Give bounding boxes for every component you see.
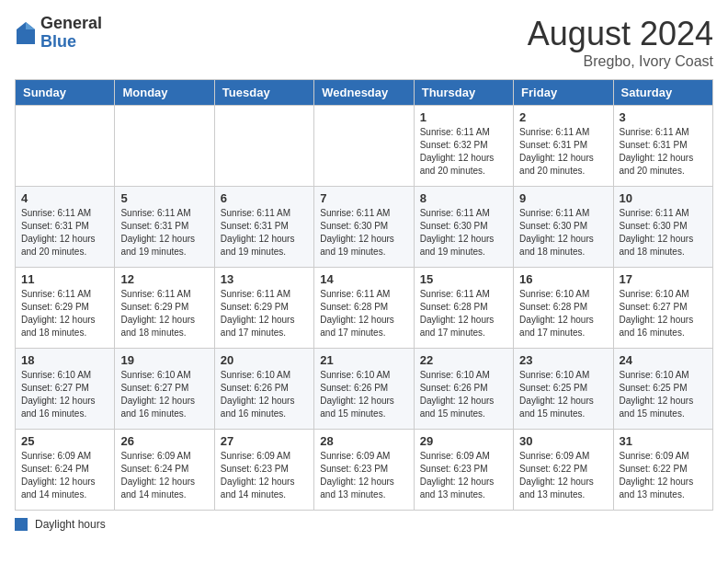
table-row: 15Sunrise: 6:11 AM Sunset: 6:28 PM Dayli… <box>414 268 513 349</box>
table-row: 8Sunrise: 6:11 AM Sunset: 6:30 PM Daylig… <box>414 187 513 268</box>
day-number: 7 <box>320 191 407 205</box>
calendar-day-header: Monday <box>115 80 214 106</box>
day-number: 10 <box>620 191 707 205</box>
table-row: 21Sunrise: 6:10 AM Sunset: 6:26 PM Dayli… <box>314 349 414 430</box>
day-number: 12 <box>120 272 208 286</box>
day-detail: Sunrise: 6:11 AM Sunset: 6:30 PM Dayligh… <box>320 207 407 259</box>
day-detail: Sunrise: 6:10 AM Sunset: 6:27 PM Dayligh… <box>120 369 208 420</box>
title-block: August 2024 Bregbo, Ivory Coast <box>528 15 713 70</box>
month-year-title: August 2024 <box>528 15 713 53</box>
day-number: 26 <box>120 434 208 448</box>
day-detail: Sunrise: 6:11 AM Sunset: 6:31 PM Dayligh… <box>21 207 108 259</box>
day-detail: Sunrise: 6:11 AM Sunset: 6:30 PM Dayligh… <box>420 207 507 259</box>
daylight-legend-label: Daylight hours <box>35 518 106 531</box>
table-row: 24Sunrise: 6:10 AM Sunset: 6:25 PM Dayli… <box>613 349 712 430</box>
day-number: 17 <box>620 272 707 286</box>
day-detail: Sunrise: 6:10 AM Sunset: 6:26 PM Dayligh… <box>320 369 407 420</box>
calendar-day-header: Sunday <box>16 80 115 106</box>
day-detail: Sunrise: 6:11 AM Sunset: 6:31 PM Dayligh… <box>620 126 707 178</box>
calendar-day-header: Saturday <box>613 80 712 106</box>
day-number: 21 <box>320 353 407 367</box>
day-detail: Sunrise: 6:11 AM Sunset: 6:31 PM Dayligh… <box>519 126 607 178</box>
table-row: 1Sunrise: 6:11 AM Sunset: 6:32 PM Daylig… <box>414 106 513 187</box>
logo-text: General Blue <box>40 15 102 52</box>
day-number: 9 <box>519 191 607 205</box>
table-row: 4Sunrise: 6:11 AM Sunset: 6:31 PM Daylig… <box>16 187 115 268</box>
calendar-table: SundayMondayTuesdayWednesdayThursdayFrid… <box>15 79 713 511</box>
day-detail: Sunrise: 6:09 AM Sunset: 6:23 PM Dayligh… <box>420 450 507 501</box>
table-row: 20Sunrise: 6:10 AM Sunset: 6:26 PM Dayli… <box>214 349 313 430</box>
day-detail: Sunrise: 6:11 AM Sunset: 6:32 PM Dayligh… <box>420 126 507 178</box>
table-row: 26Sunrise: 6:09 AM Sunset: 6:24 PM Dayli… <box>115 430 214 511</box>
day-number: 13 <box>221 272 308 286</box>
day-number: 28 <box>320 434 407 448</box>
day-detail: Sunrise: 6:11 AM Sunset: 6:28 PM Dayligh… <box>420 288 507 339</box>
daylight-legend-box <box>15 518 28 531</box>
day-detail: Sunrise: 6:09 AM Sunset: 6:22 PM Dayligh… <box>519 450 607 501</box>
day-detail: Sunrise: 6:10 AM Sunset: 6:25 PM Dayligh… <box>620 369 707 420</box>
day-number: 18 <box>21 353 108 367</box>
calendar-day-header: Tuesday <box>214 80 313 106</box>
calendar-footer: Daylight hours <box>15 518 713 531</box>
page-header: General Blue August 2024 Bregbo, Ivory C… <box>15 15 713 70</box>
table-row: 17Sunrise: 6:10 AM Sunset: 6:27 PM Dayli… <box>613 268 712 349</box>
day-detail: Sunrise: 6:11 AM Sunset: 6:29 PM Dayligh… <box>221 288 308 339</box>
day-number: 24 <box>620 353 707 367</box>
day-number: 25 <box>21 434 108 448</box>
table-row: 22Sunrise: 6:10 AM Sunset: 6:26 PM Dayli… <box>414 349 513 430</box>
day-detail: Sunrise: 6:09 AM Sunset: 6:24 PM Dayligh… <box>21 450 108 501</box>
day-number: 30 <box>519 434 607 448</box>
calendar-week-row: 4Sunrise: 6:11 AM Sunset: 6:31 PM Daylig… <box>16 187 713 268</box>
day-number: 3 <box>620 110 707 124</box>
table-row: 19Sunrise: 6:10 AM Sunset: 6:27 PM Dayli… <box>115 349 214 430</box>
location-subtitle: Bregbo, Ivory Coast <box>528 53 713 70</box>
table-row: 23Sunrise: 6:10 AM Sunset: 6:25 PM Dayli… <box>514 349 613 430</box>
logo-icon <box>15 20 37 46</box>
day-number: 8 <box>420 191 507 205</box>
calendar-week-row: 1Sunrise: 6:11 AM Sunset: 6:32 PM Daylig… <box>16 106 713 187</box>
day-number: 6 <box>221 191 308 205</box>
day-number: 31 <box>620 434 707 448</box>
day-detail: Sunrise: 6:11 AM Sunset: 6:30 PM Dayligh… <box>519 207 607 259</box>
table-row: 12Sunrise: 6:11 AM Sunset: 6:29 PM Dayli… <box>115 268 214 349</box>
table-row: 29Sunrise: 6:09 AM Sunset: 6:23 PM Dayli… <box>414 430 513 511</box>
table-row: 30Sunrise: 6:09 AM Sunset: 6:22 PM Dayli… <box>514 430 613 511</box>
calendar-day-header: Friday <box>514 80 613 106</box>
table-row <box>214 106 313 187</box>
day-number: 22 <box>420 353 507 367</box>
table-row: 28Sunrise: 6:09 AM Sunset: 6:23 PM Dayli… <box>314 430 414 511</box>
day-number: 19 <box>120 353 208 367</box>
day-detail: Sunrise: 6:10 AM Sunset: 6:26 PM Dayligh… <box>221 369 308 420</box>
day-detail: Sunrise: 6:09 AM Sunset: 6:23 PM Dayligh… <box>320 450 407 501</box>
table-row: 18Sunrise: 6:10 AM Sunset: 6:27 PM Dayli… <box>16 349 115 430</box>
day-number: 11 <box>21 272 108 286</box>
calendar-day-header: Thursday <box>414 80 513 106</box>
calendar-week-row: 25Sunrise: 6:09 AM Sunset: 6:24 PM Dayli… <box>16 430 713 511</box>
svg-marker-1 <box>26 22 35 29</box>
table-row <box>314 106 414 187</box>
day-detail: Sunrise: 6:10 AM Sunset: 6:27 PM Dayligh… <box>21 369 108 420</box>
day-number: 16 <box>519 272 607 286</box>
table-row: 3Sunrise: 6:11 AM Sunset: 6:31 PM Daylig… <box>613 106 712 187</box>
day-number: 20 <box>221 353 308 367</box>
table-row: 13Sunrise: 6:11 AM Sunset: 6:29 PM Dayli… <box>214 268 313 349</box>
day-detail: Sunrise: 6:11 AM Sunset: 6:29 PM Dayligh… <box>21 288 108 339</box>
day-detail: Sunrise: 6:11 AM Sunset: 6:28 PM Dayligh… <box>320 288 407 339</box>
logo-blue-text: Blue <box>40 33 102 52</box>
table-row <box>115 106 214 187</box>
table-row: 10Sunrise: 6:11 AM Sunset: 6:30 PM Dayli… <box>613 187 712 268</box>
day-number: 5 <box>120 191 208 205</box>
logo-general-text: General <box>40 15 102 33</box>
day-number: 27 <box>221 434 308 448</box>
table-row: 6Sunrise: 6:11 AM Sunset: 6:31 PM Daylig… <box>214 187 313 268</box>
table-row: 11Sunrise: 6:11 AM Sunset: 6:29 PM Dayli… <box>16 268 115 349</box>
day-number: 2 <box>519 110 607 124</box>
calendar-header-row: SundayMondayTuesdayWednesdayThursdayFrid… <box>16 80 713 106</box>
day-detail: Sunrise: 6:10 AM Sunset: 6:27 PM Dayligh… <box>620 288 707 339</box>
table-row: 31Sunrise: 6:09 AM Sunset: 6:22 PM Dayli… <box>613 430 712 511</box>
day-detail: Sunrise: 6:11 AM Sunset: 6:31 PM Dayligh… <box>120 207 208 259</box>
day-number: 23 <box>519 353 607 367</box>
table-row: 25Sunrise: 6:09 AM Sunset: 6:24 PM Dayli… <box>16 430 115 511</box>
table-row: 2Sunrise: 6:11 AM Sunset: 6:31 PM Daylig… <box>514 106 613 187</box>
table-row <box>16 106 115 187</box>
